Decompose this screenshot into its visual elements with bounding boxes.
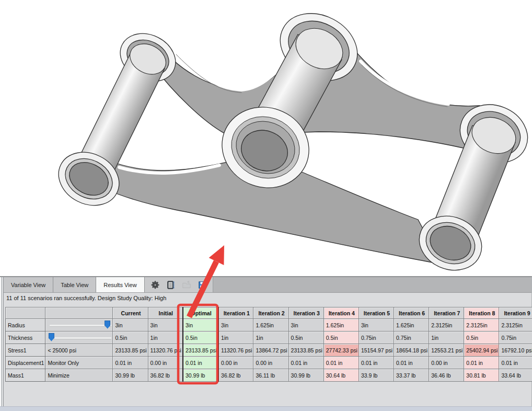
column-header[interactable]: Optimal <box>183 307 218 319</box>
value-cell[interactable]: 30.99 lb <box>113 369 148 382</box>
status-text: 11 of 11 scenarios ran successfully. Des… <box>6 295 166 301</box>
value-cell[interactable]: 0.5in <box>183 332 218 344</box>
value-cell[interactable]: 30.99 lb <box>288 369 323 382</box>
tab-table-view[interactable]: Table View <box>53 277 96 292</box>
value-cell[interactable]: 0.75in <box>394 332 429 344</box>
value-cell[interactable]: 0.01 in <box>464 357 499 369</box>
report-notebook-icon[interactable] <box>166 280 176 290</box>
column-header[interactable]: Current <box>113 307 148 319</box>
value-cell[interactable]: 23133.85 psi <box>113 344 148 357</box>
column-header[interactable] <box>45 307 113 319</box>
settings-gear-icon[interactable] <box>150 280 160 290</box>
value-cell[interactable]: 1in <box>429 332 464 344</box>
value-cell[interactable]: 0.01 in <box>499 357 532 369</box>
value-cell[interactable]: 16792.10 psi <box>499 344 532 357</box>
value-cell[interactable]: 23133.85 psi <box>183 344 218 357</box>
column-header[interactable]: Initial <box>148 307 183 319</box>
value-cell[interactable]: 1in <box>148 332 183 344</box>
value-cell[interactable]: 3in <box>218 319 253 332</box>
range-slider[interactable] <box>50 333 111 343</box>
value-cell[interactable]: 11320.76 psi <box>218 344 253 357</box>
slider-track[interactable] <box>50 337 111 339</box>
column-header[interactable]: Iteration 1 <box>218 307 253 319</box>
tab-results-view[interactable]: Results View <box>96 277 144 292</box>
column-header[interactable]: Iteration 3 <box>288 307 323 319</box>
row-label[interactable]: Thickness <box>6 332 45 344</box>
value-cell[interactable]: 0.01 in <box>394 357 429 369</box>
value-cell[interactable]: 3in <box>358 319 394 332</box>
row-label[interactable]: Radius <box>6 319 45 332</box>
column-header[interactable] <box>6 307 45 319</box>
value-cell[interactable]: 27742.33 psi <box>323 344 358 357</box>
slider-track[interactable] <box>50 325 111 327</box>
value-cell[interactable]: 0.5in <box>288 332 323 344</box>
value-cell[interactable]: 0.00 in <box>218 357 253 369</box>
column-header[interactable]: Iteration 7 <box>429 307 464 319</box>
value-cell[interactable]: 1.625in <box>253 319 288 332</box>
value-cell[interactable]: 0.01 in <box>358 357 394 369</box>
value-cell[interactable]: 33.9 lb <box>358 369 394 382</box>
value-cell[interactable]: 1in <box>253 332 288 344</box>
value-cell[interactable]: 2.3125in <box>464 319 499 332</box>
value-cell[interactable]: 3in <box>288 319 323 332</box>
value-cell[interactable]: 36.11 lb <box>253 369 288 382</box>
row-label[interactable]: Mass1 <box>6 369 45 382</box>
pane-splitter[interactable] <box>0 277 4 411</box>
slider-thumb[interactable] <box>105 321 110 329</box>
value-cell[interactable]: 0.00 in <box>148 357 183 369</box>
value-cell[interactable]: 15154.97 psi <box>358 344 394 357</box>
tab-variable-view[interactable]: Variable View <box>4 277 53 292</box>
column-header[interactable]: Iteration 6 <box>394 307 429 319</box>
tab-strip: Variable View Table View Results View <box>4 277 531 293</box>
design-study-screen: Variable View Table View Results View <box>0 0 532 411</box>
value-cell[interactable]: 3in <box>183 319 218 332</box>
value-cell[interactable]: 25402.94 psi <box>464 344 499 357</box>
value-cell[interactable]: 0.75in <box>499 332 532 344</box>
value-cell[interactable]: 0.01 in <box>113 357 148 369</box>
value-cell[interactable]: 2.3125in <box>429 319 464 332</box>
value-cell[interactable]: 1.625in <box>394 319 429 332</box>
3d-model-viewport[interactable] <box>0 0 532 276</box>
constraint-cell: < 25000 psi <box>45 344 113 357</box>
value-cell[interactable]: 3in <box>148 319 183 332</box>
value-cell[interactable]: 11320.76 psi <box>148 344 183 357</box>
value-cell[interactable]: 30.64 lb <box>323 369 358 382</box>
column-header[interactable]: Iteration 5 <box>358 307 394 319</box>
value-cell[interactable]: 3in <box>113 319 148 332</box>
value-cell[interactable]: 0.01 in <box>323 357 358 369</box>
column-header[interactable]: Iteration 8 <box>464 307 499 319</box>
value-cell[interactable]: 33.37 lb <box>394 369 429 382</box>
export-icon <box>181 280 192 290</box>
save-icon[interactable] <box>197 280 207 290</box>
value-cell[interactable]: 2.3125in <box>499 319 532 332</box>
variable-range-cell[interactable] <box>45 319 113 332</box>
value-cell[interactable]: 0.5in <box>113 332 148 344</box>
column-header[interactable]: Iteration 2 <box>253 307 288 319</box>
variable-range-cell[interactable] <box>45 332 113 344</box>
row-label[interactable]: Stress1 <box>6 344 45 357</box>
column-header[interactable]: Iteration 9 <box>499 307 532 319</box>
value-cell[interactable]: 0.01 in <box>288 357 323 369</box>
value-cell[interactable]: 0.00 in <box>429 357 464 369</box>
value-cell[interactable]: 18654.18 psi <box>394 344 429 357</box>
value-cell[interactable]: 0.00 in <box>253 357 288 369</box>
value-cell[interactable]: 0.01 in <box>183 357 218 369</box>
value-cell[interactable]: 0.75in <box>358 332 394 344</box>
value-cell[interactable]: 1.625in <box>323 319 358 332</box>
value-cell[interactable]: 30.81 lb <box>464 369 499 382</box>
value-cell[interactable]: 23133.85 psi <box>288 344 323 357</box>
value-cell[interactable]: 36.82 lb <box>218 369 253 382</box>
column-header[interactable]: Iteration 4 <box>323 307 358 319</box>
value-cell[interactable]: 36.82 lb <box>148 369 183 382</box>
value-cell[interactable]: 12553.21 psi <box>429 344 464 357</box>
range-slider[interactable] <box>50 320 111 330</box>
value-cell[interactable]: 33.64 lb <box>499 369 532 382</box>
value-cell[interactable]: 36.46 lb <box>429 369 464 382</box>
value-cell[interactable]: 30.99 lb <box>183 369 218 382</box>
row-label[interactable]: Displacement1 <box>6 357 45 369</box>
value-cell[interactable]: 13864.72 psi <box>253 344 288 357</box>
value-cell[interactable]: 1in <box>218 332 253 344</box>
slider-thumb[interactable] <box>49 333 54 341</box>
value-cell[interactable]: 0.5in <box>323 332 358 344</box>
value-cell[interactable]: 0.5in <box>464 332 499 344</box>
